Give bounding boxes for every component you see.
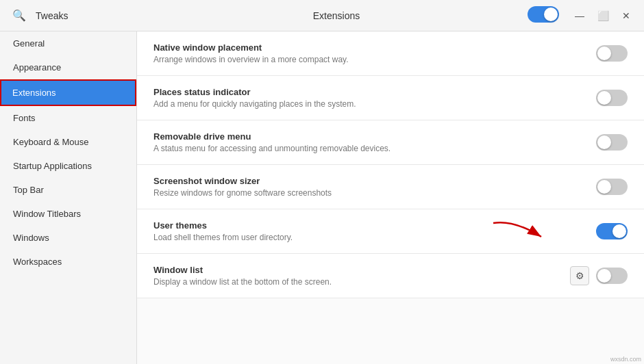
extension-desc-user-themes: Load shell themes from user directory. [153,233,596,242]
extension-desc-window-list: Display a window list at the bottom of t… [153,277,570,287]
toggle-native-window-placement[interactable] [596,45,628,62]
toggle-track-native-window-placement[interactable] [596,45,628,62]
extension-desc-removable-drive-menu: A status menu for accessing and unmounti… [153,144,596,153]
extension-name-places-status-indicator: Places status indicator [153,87,596,97]
extension-controls-native-window-placement [596,45,628,62]
extension-info-screenshot-window-sizer: Screenshot window sizerResize windows fo… [153,176,596,198]
extension-controls-user-themes [596,223,628,239]
extension-info-places-status-indicator: Places status indicatorAdd a menu for qu… [153,87,596,109]
title-bar: 🔍 Tweaks Extensions — ⬜ ✕ [0,0,644,31]
close-button[interactable]: ✕ [617,6,636,25]
content-area: Native window placementArrange windows i… [137,31,644,364]
sidebar-item-extensions[interactable]: Extensions [0,79,136,106]
toggle-places-status-indicator[interactable] [596,90,628,106]
extension-controls-removable-drive-menu [596,134,628,151]
app-title: Tweaks [36,10,145,21]
toggle-thumb-user-themes [612,224,626,238]
toggle-thumb-places-status-indicator [597,91,611,105]
toggle-track-screenshot-window-sizer[interactable] [596,179,628,195]
header-toggle-container [528,6,559,25]
window-controls: — ⬜ ✕ [570,6,636,25]
extension-name-screenshot-window-sizer: Screenshot window sizer [153,176,596,186]
main-layout: GeneralAppearanceExtensionsFontsKeyboard… [0,31,644,364]
toggle-track-places-status-indicator[interactable] [596,90,628,106]
extension-controls-screenshot-window-sizer [596,179,628,195]
sidebar-item-window-titlebars[interactable]: Window Titlebars [0,202,136,226]
toggle-screenshot-window-sizer[interactable] [596,179,628,195]
toggle-track-user-themes[interactable] [596,223,628,239]
sidebar-item-general[interactable]: General [0,31,136,55]
sidebar-item-fonts[interactable]: Fonts [0,106,136,130]
toggle-thumb-native-window-placement [597,47,611,60]
extension-desc-screenshot-window-sizer: Resize windows for gnome software screen… [153,188,596,198]
sidebar-item-top-bar[interactable]: Top Bar [0,178,136,202]
extension-row-user-themes: User themesLoad shell themes from user d… [137,209,644,254]
page-title: Extensions [145,10,528,21]
extension-desc-places-status-indicator: Add a menu for quickly navigating places… [153,99,596,109]
toggle-window-list[interactable] [596,268,628,284]
extension-name-removable-drive-menu: Removable drive menu [153,131,596,142]
watermark: wxsdn.com [610,356,641,363]
extension-name-user-themes: User themes [153,220,596,231]
toggle-thumb-screenshot-window-sizer [597,180,611,194]
toggle-thumb [544,8,558,21]
sidebar: GeneralAppearanceExtensionsFontsKeyboard… [0,31,137,364]
toggle-track-removable-drive-menu[interactable] [596,134,628,151]
toggle-track-window-list[interactable] [596,268,628,284]
extension-desc-native-window-placement: Arrange windows in overview in a more co… [153,55,596,64]
extension-name-window-list: Window list [153,265,570,275]
extension-row-window-list: Window listDisplay a window list at the … [137,254,644,298]
extension-row-screenshot-window-sizer: Screenshot window sizerResize windows fo… [137,165,644,209]
minimize-button[interactable]: — [570,6,589,25]
toggle-thumb-removable-drive-menu [597,135,611,149]
extension-info-removable-drive-menu: Removable drive menuA status menu for ac… [153,131,596,153]
extension-row-removable-drive-menu: Removable drive menuA status menu for ac… [137,120,644,165]
extension-controls-window-list: ⚙ [570,266,628,285]
toggle-removable-drive-menu[interactable] [596,134,628,151]
sidebar-item-appearance[interactable]: Appearance [0,55,136,79]
sidebar-item-windows[interactable]: Windows [0,226,136,250]
toggle-track[interactable] [528,6,559,23]
extension-row-places-status-indicator: Places status indicatorAdd a menu for qu… [137,76,644,120]
extension-controls-places-status-indicator [596,90,628,106]
extension-name-native-window-placement: Native window placement [153,42,596,53]
extension-info-user-themes: User themesLoad shell themes from user d… [153,220,596,242]
maximize-button[interactable]: ⬜ [593,6,612,25]
extension-info-window-list: Window listDisplay a window list at the … [153,265,570,287]
sidebar-item-keyboard-mouse[interactable]: Keyboard & Mouse [0,130,136,154]
toggle-thumb-window-list [597,269,611,283]
header-toggle[interactable] [528,6,559,23]
extension-info-native-window-placement: Native window placementArrange windows i… [153,42,596,64]
gear-button-window-list[interactable]: ⚙ [570,266,589,285]
toggle-user-themes[interactable] [596,223,628,239]
sidebar-item-startup-applications[interactable]: Startup Applications [0,154,136,178]
search-button[interactable]: 🔍 [8,5,30,27]
extension-row-native-window-placement: Native window placementArrange windows i… [137,31,644,76]
sidebar-item-workspaces[interactable]: Workspaces [0,250,136,274]
